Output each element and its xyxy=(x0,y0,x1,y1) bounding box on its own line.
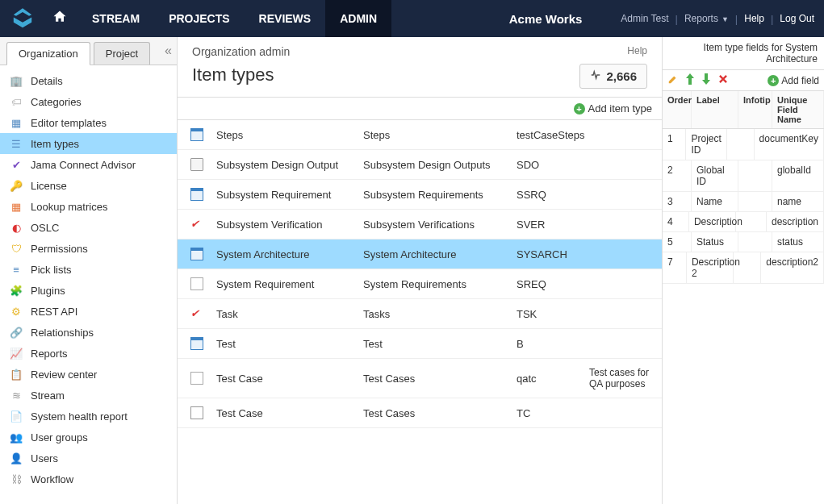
tag-icon: 🏷 xyxy=(10,95,23,108)
sidebar-item-plugins[interactable]: 🧩Plugins xyxy=(0,280,177,301)
field-row[interactable]: 3Namename xyxy=(663,192,824,212)
add-item-type-button[interactable]: + Add item type xyxy=(574,102,653,115)
stat-badge: 2,666 xyxy=(579,64,647,89)
topbar-right: Admin Test | Reports▼ | Help | Log Out xyxy=(621,13,814,25)
sidebar-item-rest-api[interactable]: ⚙REST API xyxy=(0,301,177,322)
item-type-row[interactable]: System ArchitectureSystem ArchitectureSY… xyxy=(178,240,662,269)
item-key: TSK xyxy=(517,308,589,320)
field-unique: description xyxy=(767,212,824,231)
item-name: Subsystem Requirement xyxy=(210,189,363,201)
edit-icon[interactable] xyxy=(667,73,679,87)
col-order[interactable]: Order xyxy=(663,91,692,128)
sidebar-item-workflow[interactable]: ⛓Workflow xyxy=(0,469,177,489)
key-icon: 🔑 xyxy=(10,179,23,192)
plus-icon: + xyxy=(574,103,585,115)
down-arrow-icon[interactable] xyxy=(701,73,711,87)
doc-type-icon xyxy=(190,128,203,141)
col-infotip[interactable]: Infotip xyxy=(738,91,772,128)
content-help-link[interactable]: Help xyxy=(627,45,647,56)
nav-reviews[interactable]: REVIEWS xyxy=(245,0,326,37)
item-key: SYSARCH xyxy=(517,248,589,260)
fields-header: Order Label Infotip Unique Field Name xyxy=(663,91,824,129)
sidebar-item-jama-connect-advisor[interactable]: ✔Jama Connect Advisor xyxy=(0,154,177,175)
sidebar-item-item-types[interactable]: ☰Item types xyxy=(0,133,177,154)
col-unique[interactable]: Unique Field Name xyxy=(772,91,824,128)
field-infotip xyxy=(734,252,761,283)
item-type-row[interactable]: Test CaseTest CasesqatcTest cases for QA… xyxy=(178,359,662,398)
field-label: Status xyxy=(692,232,738,252)
reports-dropdown[interactable]: Reports▼ xyxy=(684,13,729,24)
sidebar-item-user-groups[interactable]: 👥User groups xyxy=(0,427,177,448)
sidebar-item-review-center[interactable]: 📋Review center xyxy=(0,364,177,385)
sidebar-item-permissions[interactable]: 🛡Permissions xyxy=(0,238,177,259)
col-label[interactable]: Label xyxy=(692,91,738,128)
sidebar-item-users[interactable]: 👤Users xyxy=(0,448,177,469)
collapse-sidebar-icon[interactable]: « xyxy=(165,44,172,58)
sidebar-item-label: Item types xyxy=(31,138,79,150)
item-type-row[interactable]: Subsystem RequirementSubsystem Requireme… xyxy=(178,180,662,210)
item-types-table[interactable]: StepsStepstestCaseStepsSubsystem Design … xyxy=(178,120,662,504)
item-type-row[interactable]: StepsStepstestCaseSteps xyxy=(178,120,662,150)
sidebar-item-lookup-matrices[interactable]: ▦Lookup matrices xyxy=(0,196,177,217)
sidebar-item-details[interactable]: 🏢Details xyxy=(0,70,177,91)
item-type-row[interactable]: Subsystem Design OutputSubsystem Design … xyxy=(178,150,662,180)
sidebar-item-stream[interactable]: ≋Stream xyxy=(0,385,177,406)
stream-icon: ≋ xyxy=(10,389,23,402)
item-plural: System Requirements xyxy=(363,278,517,290)
tab-organization[interactable]: Organization xyxy=(6,42,90,65)
logout-link[interactable]: Log Out xyxy=(780,13,814,24)
check-type-icon: ✔ xyxy=(190,218,203,231)
nav-admin[interactable]: ADMIN xyxy=(325,0,391,37)
item-key: B xyxy=(517,338,589,350)
lines-type-icon xyxy=(190,406,203,419)
item-type-row[interactable]: System RequirementSystem RequirementsSRE… xyxy=(178,269,662,299)
sidebar-item-relationships[interactable]: 🔗Relationships xyxy=(0,322,177,343)
item-type-row[interactable]: TestTestB xyxy=(178,329,662,359)
sidebar-item-system-health-report[interactable]: 📄System health report xyxy=(0,406,177,427)
sidebar-item-label: Categories xyxy=(31,96,82,108)
puzzle-icon: 🧩 xyxy=(10,284,23,297)
sidebar-item-label: Permissions xyxy=(31,243,88,255)
health-icon: 📄 xyxy=(10,410,23,423)
sidebar-item-editor-templates[interactable]: ▦Editor templates xyxy=(0,112,177,133)
sidebar-item-categories[interactable]: 🏷Categories xyxy=(0,91,177,112)
field-row[interactable]: 4Descriptiondescription xyxy=(663,212,824,232)
fields-body: 1Project IDdocumentKey2Global IDglobalId… xyxy=(663,129,824,504)
field-row[interactable]: 7Description 2description2 xyxy=(663,252,824,284)
sidebar-item-label: Pick lists xyxy=(31,264,72,276)
field-row[interactable]: 5Statusstatus xyxy=(663,232,824,252)
home-icon[interactable] xyxy=(52,9,68,29)
item-name: Task xyxy=(210,308,363,320)
tab-project[interactable]: Project xyxy=(94,42,150,65)
sidebar-item-oslc[interactable]: ◐OSLC xyxy=(0,217,177,238)
field-order: 4 xyxy=(663,212,689,231)
user-link[interactable]: Admin Test xyxy=(621,13,668,24)
up-arrow-icon[interactable] xyxy=(685,73,695,87)
sidebar-item-reports[interactable]: 📈Reports xyxy=(0,343,177,364)
nav-projects[interactable]: PROJECTS xyxy=(154,0,244,37)
field-label: Description xyxy=(689,212,736,231)
sidebar-item-label: Users xyxy=(31,452,58,464)
stat-value: 2,666 xyxy=(606,69,637,83)
field-order: 7 xyxy=(663,252,687,283)
sidebar-item-label: REST API xyxy=(31,306,77,318)
field-row[interactable]: 1Project IDdocumentKey xyxy=(663,129,824,160)
sidebar-item-pick-lists[interactable]: ≡Pick lists xyxy=(0,259,177,280)
field-order: 1 xyxy=(663,129,686,160)
plus-icon: + xyxy=(768,75,779,86)
item-name: Subsystem Design Output xyxy=(210,159,363,171)
item-key: SSRQ xyxy=(517,189,589,201)
delete-icon[interactable] xyxy=(717,73,729,87)
item-type-row[interactable]: ✔Subsystem VerificationSubsystem Verific… xyxy=(178,210,662,240)
help-link[interactable]: Help xyxy=(744,13,764,24)
sidebar-item-label: User groups xyxy=(31,431,88,444)
item-type-row[interactable]: ✔TaskTasksTSK xyxy=(178,299,662,329)
add-field-button[interactable]: + Add field xyxy=(768,75,819,86)
sidebar-item-license[interactable]: 🔑License xyxy=(0,175,177,196)
field-row[interactable]: 2Global IDglobalId xyxy=(663,160,824,192)
item-type-row[interactable]: Test CaseTest CasesTC xyxy=(178,398,662,428)
link-icon: 🔗 xyxy=(10,326,23,339)
field-order: 3 xyxy=(663,192,692,211)
nav-stream[interactable]: STREAM xyxy=(77,0,154,37)
field-label: Description 2 xyxy=(687,252,734,283)
